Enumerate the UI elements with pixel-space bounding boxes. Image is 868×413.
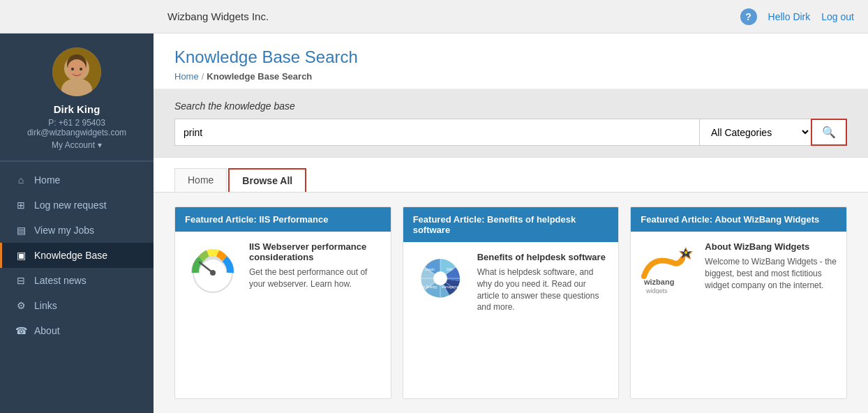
tabs-row: Home Browse All (154, 158, 868, 193)
content-area: Knowledge Base Search Home / Knowledge B… (154, 33, 868, 413)
page-header: Knowledge Base Search Home / Knowledge B… (154, 33, 868, 89)
card-header: Featured Article: IIS Performance (175, 207, 391, 232)
svg-text:The Strategy: The Strategy (419, 285, 438, 289)
link-icon: ⚙ (15, 300, 27, 311)
avatar (52, 47, 101, 96)
breadcrumb: Home / Knowledge Base Search (174, 71, 847, 82)
logout-link[interactable]: Log out (821, 11, 854, 22)
top-bar: Wizbang Widgets Inc. ? Hello Dirk Log ou… (0, 0, 868, 33)
svg-point-9 (210, 270, 216, 276)
sidebar-nav: ⌂ Home ⊞ Log new request ▤ View my Jobs … (0, 162, 154, 349)
sidebar-item-view-my-jobs[interactable]: ▤ View my Jobs (0, 218, 154, 243)
card-article-desc: Welcome to WizBang Widgets - the biggest… (705, 256, 837, 291)
svg-point-4 (68, 59, 86, 77)
card-text: Benefits of helpdesk software What is he… (477, 252, 609, 313)
search-input[interactable] (174, 119, 699, 146)
card-article-title: IIS Webserver performance considerations (249, 241, 381, 262)
breadcrumb-current: Knowledge Base Search (207, 71, 312, 82)
phone-icon: ☎ (15, 325, 27, 336)
main-layout: Dirk King P: +61 2 95403 dirk@wizbangwid… (0, 33, 868, 413)
sidebar-item-latest-news[interactable]: ⊟ Latest news (0, 268, 154, 293)
card-article-desc: Get the best performance out of your web… (249, 266, 381, 290)
svg-point-22 (684, 251, 687, 254)
card-header: Featured Article: About WizBang Widgets (631, 207, 846, 232)
search-button[interactable]: 🔍 (811, 119, 847, 146)
breadcrumb-home[interactable]: Home (174, 71, 199, 82)
svg-text:Management: Management (442, 285, 463, 289)
user-email: dirk@wizbangwidgets.com (10, 128, 143, 137)
sidebar-item-label: Knowledge Base (34, 250, 107, 261)
card-text: IIS Webserver performance considerations… (249, 241, 381, 290)
company-title: Wizbang Widgets Inc. (167, 10, 740, 22)
card-iis-performance[interactable]: Featured Article: IIS Performance (174, 206, 391, 399)
wizbang-logo-icon: wizbang widgets (641, 241, 696, 294)
search-section: Search the knowledge base All Categories… (154, 89, 868, 158)
svg-point-6 (80, 68, 82, 70)
chevron-down-icon: ▾ (98, 140, 102, 150)
sidebar-item-label: Log new request (34, 200, 107, 211)
sidebar-item-label: Links (34, 300, 57, 311)
card-article-title: About WizBang Widgets (705, 241, 837, 252)
top-bar-right: ? Hello Dirk Log out (740, 8, 854, 25)
card-header: Featured Article: Benefits of helpdesk s… (403, 207, 619, 242)
help-icon[interactable]: ? (740, 8, 757, 25)
svg-point-5 (71, 68, 74, 70)
hello-link[interactable]: Hello Dirk (768, 11, 811, 22)
speedometer-icon (185, 241, 241, 294)
card-about-wizbang[interactable]: Featured Article: About WizBang Widgets (630, 206, 847, 399)
svg-text:widgets: widgets (645, 287, 668, 294)
cards-grid: Featured Article: IIS Performance (154, 193, 868, 413)
sidebar-item-label: Latest news (34, 275, 87, 286)
monitor-icon: ▤ (15, 225, 27, 236)
card-text: About WizBang Widgets Welcome to WizBang… (705, 241, 837, 291)
sidebar-item-about[interactable]: ☎ About (0, 318, 154, 343)
sidebar-item-label: View my Jobs (34, 225, 94, 236)
sidebar: Dirk King P: +61 2 95403 dirk@wizbangwid… (0, 33, 154, 413)
sidebar-item-knowledge-base[interactable]: ▣ Knowledge Base (0, 243, 154, 268)
sidebar-item-log-new-request[interactable]: ⊞ Log new request (0, 193, 154, 218)
user-phone: P: +61 2 95403 (10, 118, 143, 128)
search-row: All Categories 🔍 (174, 119, 847, 146)
breadcrumb-separator: / (202, 71, 204, 82)
sidebar-item-label: Home (34, 174, 60, 186)
card-body: wizbang widgets About WizBang Widgets We… (631, 232, 846, 303)
user-name: Dirk King (10, 103, 143, 115)
svg-text:wizbang: wizbang (643, 278, 674, 286)
card-body: IIS Webserver performance considerations… (175, 232, 391, 303)
search-label: Search the knowledge base (174, 100, 847, 112)
piechart-icon: Leads Skill The Strategy Management (413, 252, 469, 304)
card-body: Leads Skill The Strategy Management Bene… (403, 242, 619, 323)
svg-text:Leads: Leads (425, 267, 435, 271)
card-article-title: Benefits of helpdesk software (477, 252, 609, 262)
news-icon: ⊟ (15, 275, 27, 286)
page-title: Knowledge Base Search (174, 47, 847, 67)
svg-text:Skill: Skill (447, 267, 453, 271)
card-helpdesk-software[interactable]: Featured Article: Benefits of helpdesk s… (403, 206, 620, 399)
grid-icon: ⊞ (15, 200, 27, 211)
tab-home[interactable]: Home (174, 168, 227, 192)
sidebar-item-links[interactable]: ⚙ Links (0, 293, 154, 318)
tab-browse-all[interactable]: Browse All (228, 168, 306, 192)
home-icon: ⌂ (15, 174, 27, 186)
sidebar-item-home[interactable]: ⌂ Home (0, 167, 154, 193)
card-article-desc: What is helpdesk software, and why do yo… (477, 266, 609, 313)
search-icon: 🔍 (822, 126, 836, 139)
category-select[interactable]: All Categories (699, 119, 811, 146)
avatar-svg (52, 47, 101, 96)
my-account-link[interactable]: My Account ▾ (10, 140, 143, 150)
user-profile: Dirk King P: +61 2 95403 dirk@wizbangwid… (0, 33, 154, 161)
book-icon: ▣ (15, 250, 27, 261)
sidebar-item-label: About (34, 325, 60, 336)
